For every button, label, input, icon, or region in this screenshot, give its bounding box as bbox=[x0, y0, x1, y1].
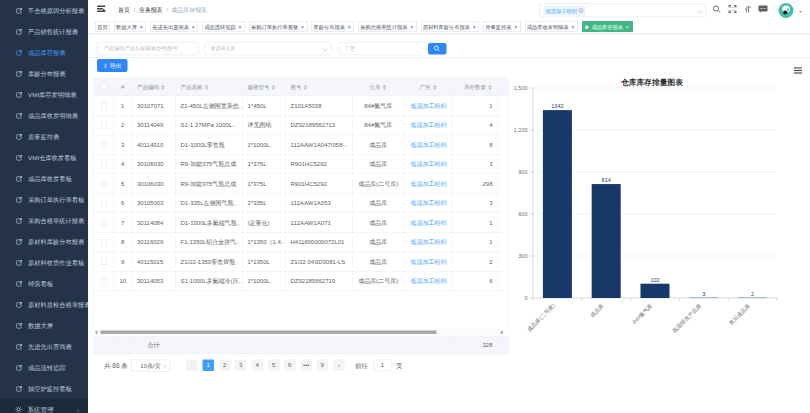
svg-text:低温研发产品库: 低温研发产品库 bbox=[671, 302, 704, 335]
svg-text:600: 600 bbox=[518, 211, 527, 217]
svg-text:0: 0 bbox=[524, 295, 527, 301]
svg-text:1,200: 1,200 bbox=[514, 127, 528, 133]
svg-text:售后成品库: 售后成品库 bbox=[728, 302, 753, 327]
svg-text:900: 900 bbox=[518, 169, 527, 175]
svg-text:300: 300 bbox=[518, 253, 527, 259]
svg-text:3: 3 bbox=[702, 291, 705, 297]
svg-text:2: 2 bbox=[751, 291, 754, 297]
svg-text:102: 102 bbox=[650, 277, 659, 283]
svg-text:1342: 1342 bbox=[551, 103, 563, 109]
svg-text:1,500: 1,500 bbox=[514, 85, 528, 91]
svg-text:84#氮气库: 84#氮气库 bbox=[631, 302, 654, 325]
svg-text:成品库: 成品库 bbox=[589, 302, 605, 318]
svg-text:仓库库存排量图表: 仓库库存排量图表 bbox=[620, 78, 683, 87]
svg-text:成品库(二号库): 成品库(二号库) bbox=[526, 302, 556, 332]
svg-text:814: 814 bbox=[602, 177, 611, 183]
